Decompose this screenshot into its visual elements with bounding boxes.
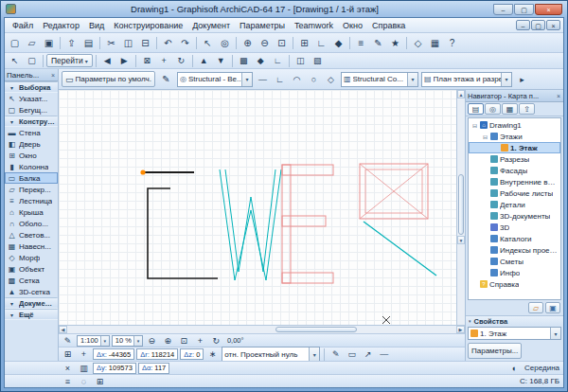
close-button[interactable]: ×: [535, 4, 562, 15]
tree-item-interior-elevations[interactable]: Внутренние виды: [469, 176, 560, 187]
previous-view-icon[interactable]: ◀: [99, 54, 115, 67]
zoom-in-icon[interactable]: ⊕: [240, 35, 256, 50]
geometry-polygon-icon[interactable]: ◇: [324, 73, 338, 85]
find-select-icon[interactable]: ◎: [217, 35, 233, 50]
fit-in-window-icon[interactable]: ⊡: [274, 35, 290, 50]
layer-combo[interactable]: ◎ Structural - Be... ▾: [177, 72, 253, 87]
vertical-scrollbar[interactable]: ▲ ▼: [456, 90, 465, 325]
status-menu-icon[interactable]: ≡: [61, 375, 75, 387]
display-options-combo[interactable]: ▤ План этажа и разрез... ▾: [421, 72, 512, 87]
scroll-right-icon[interactable]: ▶: [456, 326, 465, 333]
tree-item-details[interactable]: Детали: [469, 199, 560, 210]
scroll-up-icon[interactable]: ▲: [457, 90, 465, 98]
maximize-button[interactable]: ▢: [514, 4, 534, 15]
view-map-tab[interactable]: ◎: [485, 103, 501, 115]
roof-element[interactable]: [360, 164, 428, 219]
publish-icon[interactable]: ⇪: [63, 35, 80, 50]
user-origin-icon[interactable]: +: [77, 348, 91, 361]
snap-point-icon[interactable]: ◐: [507, 362, 522, 374]
arrow-tool-icon[interactable]: ↖: [7, 54, 23, 67]
print-icon[interactable]: ▤: [80, 35, 97, 50]
zoom-out-icon[interactable]: ⊖: [257, 35, 273, 50]
pointer-icon[interactable]: ↖: [200, 35, 216, 50]
wall-diagonal-teal[interactable]: [364, 222, 436, 276]
tool-door[interactable]: ◧ Дверь: [5, 138, 58, 150]
chevron-down-icon[interactable]: ▾: [501, 73, 511, 86]
menu-file[interactable]: Файл: [8, 20, 38, 31]
tree-item-3d-documents[interactable]: 3D-документы: [469, 210, 560, 222]
tree-expander-icon[interactable]: ⊟: [471, 122, 478, 129]
paste-icon[interactable]: ⊟: [137, 35, 153, 50]
tree-item-help[interactable]: ? Справка: [469, 278, 560, 290]
clean-intersections-icon[interactable]: ▩: [236, 54, 252, 67]
open-file-icon[interactable]: ▱: [24, 35, 40, 50]
chevron-down-icon[interactable]: ▾: [100, 336, 109, 346]
geometry-curved-icon[interactable]: ◠: [290, 73, 304, 85]
status-grid-icon[interactable]: ⊞: [93, 375, 107, 387]
rotate-view-icon[interactable]: ↻: [173, 54, 189, 67]
delta-y-field[interactable]: Δy: 109573: [93, 363, 136, 374]
vertical-scroll-thumb[interactable]: [458, 174, 464, 235]
story-field[interactable]: 1. Этаж ▾: [468, 327, 561, 340]
project-map-tab[interactable]: ▤: [468, 103, 484, 115]
snap-guides-icon[interactable]: ∟: [270, 54, 286, 67]
tool-grid[interactable]: ▩ Сетка: [5, 275, 58, 286]
virtual-trace-icon[interactable]: ▧: [310, 54, 326, 67]
tree-item-drawing1[interactable]: ⊟ ⌂ Drawing1: [469, 119, 560, 131]
layers-icon[interactable]: ≡: [353, 35, 369, 50]
mdi-minimize-button[interactable]: –: [516, 20, 530, 30]
toolbox-group-design[interactable]: ▾ Конструиро: [5, 116, 58, 127]
titlebar[interactable]: Drawing1 - Graphisoft ArchiCAD-64 17 - […: [4, 1, 564, 17]
toolbox-titlebar[interactable]: Панель... ×: [5, 69, 58, 81]
close-icon[interactable]: ×: [50, 72, 56, 79]
toolbox-group-select[interactable]: ▾ Выборка: [5, 81, 58, 93]
schedules-icon[interactable]: ▦: [427, 35, 443, 50]
tool-marquee[interactable]: ▢ Бегущ...: [5, 104, 58, 116]
scale-combo[interactable]: 1:100 ▾: [77, 335, 110, 347]
tree-item-story-1[interactable]: 1. Этаж: [469, 142, 560, 153]
project-origin-icon[interactable]: ⊞: [61, 348, 75, 361]
tree-item-project-indexes[interactable]: Индексы проекта: [469, 244, 560, 256]
tree-item-info[interactable]: Инфо: [469, 267, 560, 278]
rotation-value[interactable]: 0,00°: [225, 336, 246, 345]
trace-reference-icon[interactable]: ◫: [293, 54, 309, 67]
zoom-extent-icon[interactable]: ⊡: [177, 334, 191, 347]
3d-window-icon[interactable]: ◇: [410, 35, 426, 50]
undo-icon[interactable]: ↶: [160, 35, 176, 50]
reference-level-combo[interactable]: отн. Проектный нуль ▾: [222, 347, 320, 362]
menu-design[interactable]: Конструирование: [109, 20, 187, 31]
zoom-in-icon[interactable]: ⊕: [161, 334, 175, 347]
pen-color-icon[interactable]: ✎: [328, 348, 343, 361]
tree-item-sections[interactable]: Разрезы: [469, 153, 560, 165]
scroll-track[interactable]: [358, 326, 456, 333]
story-up-icon[interactable]: ▲: [196, 54, 212, 67]
pan-icon[interactable]: +: [193, 334, 207, 347]
pen-sets-icon[interactable]: ✎: [370, 35, 386, 50]
mdi-close-button[interactable]: ×: [546, 20, 560, 30]
infobox-scroll-right-icon[interactable]: ▸: [515, 73, 529, 85]
wall-letter-w[interactable]: [220, 169, 281, 280]
navigator-settings-button[interactable]: ▣: [545, 302, 560, 313]
new-file-icon[interactable]: ▢: [7, 35, 23, 50]
layout-book-tab[interactable]: ▦: [502, 103, 518, 115]
tool-column[interactable]: ▮ Колонна: [5, 161, 58, 172]
menu-document[interactable]: Документ: [187, 20, 235, 31]
chevron-down-icon[interactable]: ▾: [309, 347, 319, 361]
grid-snap-icon[interactable]: ⊞: [296, 35, 312, 50]
story-down-icon[interactable]: ▼: [213, 54, 229, 67]
delta-angle-field[interactable]: Δα: 117: [138, 363, 169, 374]
tool-slab[interactable]: ▱ Перекр...: [5, 184, 58, 195]
chevron-down-icon[interactable]: ▾: [241, 73, 252, 86]
arrow-style-icon[interactable]: ↗: [361, 348, 375, 361]
delta-r-field[interactable]: Δr: 118214: [136, 348, 178, 360]
tree-item-worksheets[interactable]: Рабочие листы: [469, 187, 560, 199]
pen-icon[interactable]: ✎: [61, 334, 75, 347]
delta-x-field[interactable]: Δx: -44365: [93, 348, 134, 360]
tool-shell[interactable]: ∩ Оболо...: [5, 218, 58, 229]
tree-expander-icon[interactable]: ⊟: [482, 134, 488, 140]
beam-element-black[interactable]: [140, 169, 194, 174]
scroll-left-icon[interactable]: ◀: [59, 326, 67, 333]
default-settings-button[interactable]: ▭ Параметры по умолч.: [62, 71, 155, 87]
horizontal-scrollbar[interactable]: ◀ ▶: [59, 325, 465, 333]
save-icon[interactable]: ▣: [41, 35, 57, 50]
